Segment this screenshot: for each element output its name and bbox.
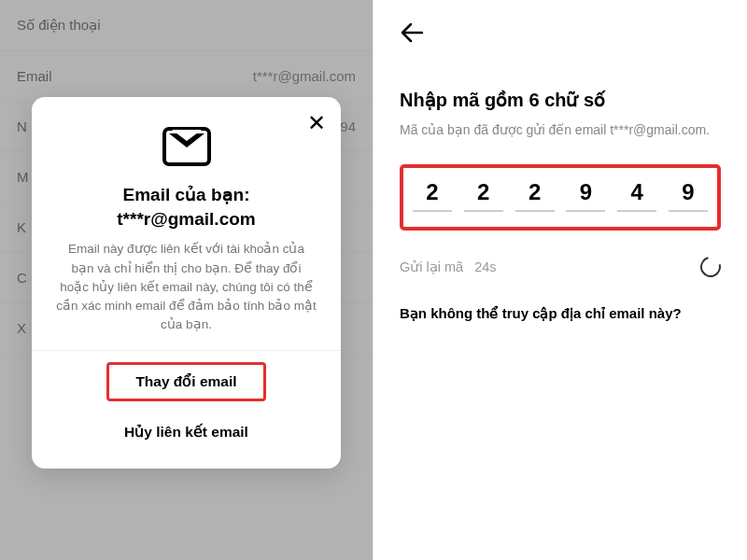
mail-icon (52, 127, 320, 166)
modal-title: Email của bạn: t***r@gmail.com (52, 183, 320, 231)
code-digit-6[interactable]: 9 (669, 179, 708, 212)
modal-description: Email này được liên kết với tài khoản củ… (52, 240, 320, 334)
resend-label: Gửi lại mã (400, 259, 463, 274)
close-icon[interactable]: ✕ (307, 112, 326, 134)
left-screenshot: Số điện thoại Email t***r@gmail.com N 94… (0, 0, 374, 560)
code-digit-3[interactable]: 2 (515, 179, 555, 212)
code-digit-1[interactable]: 2 (413, 179, 452, 212)
unlink-email-button[interactable]: Hủy liên kết email (52, 409, 320, 455)
code-entry-subtitle: Mã của bạn đã được gửi đến email t***r@g… (400, 120, 721, 140)
right-screenshot: Nhập mã gồm 6 chữ số Mã của bạn đã được … (374, 0, 747, 560)
loading-spinner-icon (697, 253, 725, 281)
change-email-button[interactable]: Thay đổi email (106, 362, 266, 401)
back-arrow-icon[interactable] (400, 21, 721, 49)
code-digit-5[interactable]: 4 (617, 179, 656, 212)
email-modal: ✕ Email của bạn: t***r@gmail.com Email n… (32, 97, 341, 469)
resend-countdown: 24s (474, 259, 496, 274)
divider (32, 350, 341, 351)
code-input-group[interactable]: 2 2 2 9 4 9 (400, 164, 721, 231)
cannot-access-link[interactable]: Bạn không thể truy cập địa chỉ email này… (400, 305, 721, 322)
resend-row: Gửi lại mã 24s (400, 257, 721, 277)
code-entry-title: Nhập mã gồm 6 chữ số (400, 89, 721, 111)
code-digit-2[interactable]: 2 (464, 179, 503, 212)
code-digit-4[interactable]: 9 (566, 179, 605, 212)
